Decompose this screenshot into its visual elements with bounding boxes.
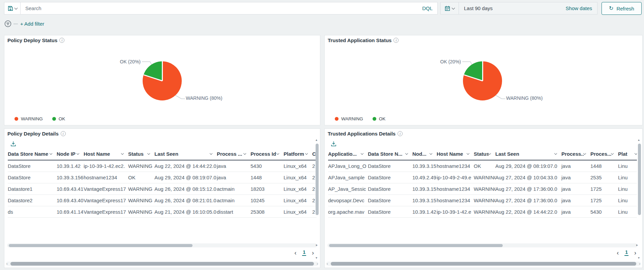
save-menu-button[interactable] xyxy=(4,2,21,14)
panel-title-text: Policy Deploy Details xyxy=(7,131,59,137)
scroll-down-icon[interactable]: ▾ xyxy=(638,256,640,260)
refresh-button[interactable]: ↻ Refresh xyxy=(602,2,642,15)
scroll-right-icon[interactable]: ▸ xyxy=(316,243,318,247)
table-cell: Linux_x64 xyxy=(284,209,312,215)
filter-separator xyxy=(13,24,18,24)
table-cell: AP_Java_Sessic xyxy=(328,186,368,192)
panel-title-text: Trusted Application Status xyxy=(328,37,391,43)
column-header[interactable]: Status xyxy=(128,151,154,157)
column-header[interactable]: Plat xyxy=(618,151,637,157)
table-cell: Aug 22, 2024 @ 14:44:22.0 xyxy=(154,163,217,169)
legend-item-warning[interactable]: WARNING xyxy=(14,116,43,121)
table-horizontal-scrollbar[interactable]: ▸ xyxy=(7,243,317,247)
scrollbar-thumb[interactable] xyxy=(329,244,503,247)
pie-callout-ok: OK (20%) xyxy=(117,59,141,64)
download-button[interactable] xyxy=(331,141,336,147)
dql-toggle[interactable]: DQL xyxy=(422,5,437,11)
column-header[interactable]: Last Seen xyxy=(495,151,561,157)
scrollbar-thumb[interactable] xyxy=(638,144,641,215)
scroll-right-icon[interactable]: ▸ xyxy=(636,243,638,247)
column-header[interactable]: Process ... xyxy=(217,151,251,157)
table-cell: 10.39.3.156 xyxy=(57,175,84,180)
column-header[interactable]: Process Id xyxy=(251,151,284,157)
show-dates-link[interactable]: Show dates xyxy=(566,5,597,11)
next-page-button[interactable]: › xyxy=(312,250,314,256)
prev-page-button[interactable]: ‹ xyxy=(294,250,296,256)
table-cell: DataStore xyxy=(368,186,412,192)
column-header[interactable]: Proces... xyxy=(590,151,618,157)
sort-chevron-icon xyxy=(430,152,432,154)
column-header[interactable]: Host Name xyxy=(437,151,474,157)
scroll-left-icon[interactable]: ‹ xyxy=(6,262,8,266)
scrollbar-thumb[interactable] xyxy=(9,244,193,247)
column-header[interactable]: Node IP xyxy=(57,151,84,157)
download-button[interactable] xyxy=(10,141,16,147)
table-cell: hostname1234 xyxy=(437,186,474,192)
info-icon[interactable]: i xyxy=(61,131,66,136)
scrollbar-thumb[interactable] xyxy=(316,144,319,215)
scrollbar-thumb[interactable] xyxy=(10,262,314,266)
table-cell: DataStore xyxy=(368,163,412,169)
table-cell: java xyxy=(561,186,590,192)
info-icon[interactable]: i xyxy=(393,38,399,43)
add-filter-button[interactable]: + Add filter xyxy=(20,21,44,27)
scroll-right-icon[interactable]: › xyxy=(639,262,640,266)
scroll-down-icon[interactable]: ▾ xyxy=(316,256,317,260)
table-row: devopsapr.DevcDataStore10.39.3.15hostnam… xyxy=(328,195,637,206)
vertical-scrollbar[interactable]: ▴ ▾ xyxy=(315,138,319,260)
page-number[interactable]: 1 xyxy=(624,249,628,256)
scroll-up-icon[interactable]: ▴ xyxy=(638,138,640,142)
timeframe-selector: Last 90 days Show dates xyxy=(440,2,597,14)
timeframe-label[interactable]: Last 90 days xyxy=(459,5,566,11)
pie-chart[interactable] xyxy=(143,61,182,100)
legend-item-ok[interactable]: OK xyxy=(52,116,65,121)
table-row: APJava_sampleDataStore10.49.2.49ip-10-49… xyxy=(328,172,637,183)
legend-item-warning[interactable]: WARNING xyxy=(335,116,363,121)
pie-callout-warning: WARNING (80%) xyxy=(186,95,222,101)
search-input[interactable] xyxy=(21,2,422,14)
scroll-left-icon[interactable]: ‹ xyxy=(327,262,328,266)
data-table: Applicatio...Data Store N...Nod...Host N… xyxy=(328,148,637,218)
column-header[interactable]: Applicatio... xyxy=(328,151,368,157)
table-row: Datastore210.69.43.40VantageExpress17WAR… xyxy=(8,195,317,206)
info-icon[interactable]: i xyxy=(398,131,403,136)
column-header[interactable]: Platform xyxy=(284,151,312,157)
table-cell: DataStore xyxy=(8,175,57,180)
column-header[interactable]: Last Seen xyxy=(154,151,217,157)
table-cell: Linux_x64 xyxy=(284,198,312,203)
table-row: DataStore10.39.1.42ip-10-39-1-42.ec2.WAR… xyxy=(8,160,317,172)
column-header[interactable]: Process... xyxy=(561,151,590,157)
page-number[interactable]: 1 xyxy=(302,249,306,256)
info-icon[interactable]: i xyxy=(59,38,64,43)
legend-item-ok[interactable]: OK xyxy=(373,116,386,121)
legend-label: WARNING xyxy=(21,116,43,121)
column-header[interactable]: Data Store N... xyxy=(368,151,412,157)
column-header[interactable]: Host Name xyxy=(84,151,128,157)
table-body: DataStore10.39.1.42ip-10-39-1-42.ec2.WAR… xyxy=(8,160,317,218)
sort-chevron-icon xyxy=(488,152,491,154)
column-header[interactable]: Nod... xyxy=(412,151,437,157)
legend-dot xyxy=(373,117,376,121)
table-horizontal-scrollbar[interactable]: ▸ xyxy=(327,243,638,247)
column-header-label: Applicatio... xyxy=(328,151,357,157)
pie-chart[interactable] xyxy=(463,61,502,100)
chevron-down-icon xyxy=(452,6,455,9)
dashboard-screen: DQL Last 90 days Show dates ↻ Refresh xyxy=(0,0,644,270)
table-cell: DataStore xyxy=(368,175,412,180)
table-body: APJava_Long_ODataStore10.39.3.15hostname… xyxy=(328,160,637,218)
calendar-button[interactable] xyxy=(441,2,459,14)
column-header[interactable]: Status xyxy=(474,151,495,157)
scroll-up-icon[interactable]: ▴ xyxy=(316,138,317,142)
next-page-button[interactable]: › xyxy=(634,250,636,256)
vertical-scrollbar[interactable]: ▴ ▾ xyxy=(637,138,641,260)
table-cell: OK xyxy=(474,163,495,169)
scrollbar-thumb[interactable] xyxy=(331,262,636,266)
prev-page-button[interactable]: ‹ xyxy=(617,250,619,256)
panel-horizontal-scrollbar[interactable]: ‹ › xyxy=(326,262,641,266)
filter-menu-button[interactable] xyxy=(4,20,11,27)
table-cell: 1725 xyxy=(590,198,618,203)
column-header[interactable]: Data Store Name xyxy=(8,151,57,157)
table-cell: Datastore2 xyxy=(8,198,57,203)
scroll-right-icon[interactable]: › xyxy=(317,262,318,266)
panel-horizontal-scrollbar[interactable]: ‹ › xyxy=(6,262,319,266)
